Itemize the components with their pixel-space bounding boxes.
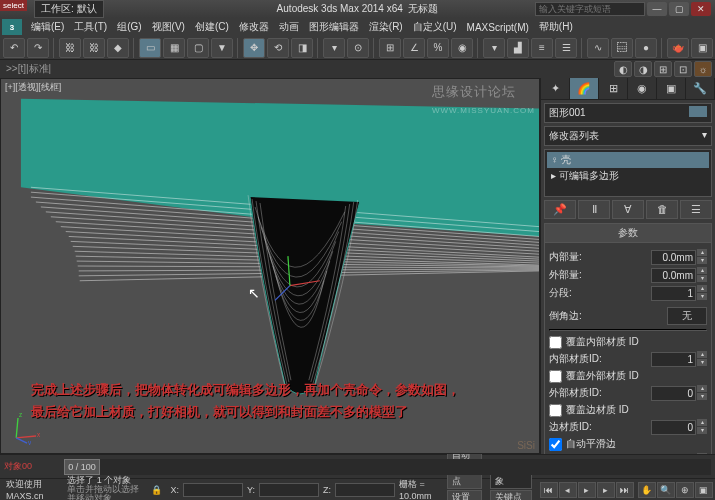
menu-modifier[interactable]: 修改器 [234,20,274,34]
menu-script[interactable]: MAXScript(M) [462,22,534,33]
app-logo[interactable]: 3 [2,19,22,35]
modifier-list-dropdown[interactable]: 修改器列表▾ [544,126,712,146]
setkey-button[interactable]: 设置关键点 [447,490,483,500]
spinner-up[interactable]: ▴ [697,249,707,256]
override-edge-check[interactable] [549,404,562,417]
render-frame-button[interactable]: ▣ [691,38,713,58]
align-button[interactable]: ≡ [531,38,553,58]
select-region-button[interactable]: ▢ [187,38,209,58]
refcoord-button[interactable]: ▾ [323,38,345,58]
workspace-selector[interactable]: 工作区: 默认 [34,0,104,18]
ribbon-btn-1[interactable]: ◐ [614,61,632,77]
ribbon-tab[interactable]: >>[t]|标准| [2,62,55,76]
ribbon-btn-5[interactable]: ☼ [694,61,712,77]
lock-icon[interactable]: 🔒 [147,485,166,495]
unlink-button[interactable]: ⛓ [83,38,105,58]
max-button[interactable]: ▢ [669,2,689,16]
segments-input[interactable] [651,286,696,301]
rotate-button[interactable]: ⟲ [267,38,289,58]
filter-button[interactable]: ▼ [211,38,233,58]
edge-id-input[interactable] [651,420,696,435]
modifier-stack[interactable]: ♀ 壳 ▸ 可编辑多边形 [544,149,712,197]
key-filter[interactable]: 关键点过滤器 [490,490,532,500]
object-name-field[interactable]: 图形001 [544,103,712,123]
play-button[interactable]: ▸ [578,482,596,498]
snap-button[interactable]: ⊞ [379,38,401,58]
stack-pin-button[interactable]: 📌 [544,200,576,219]
percent-snap-button[interactable]: % [427,38,449,58]
pivot-button[interactable]: ⊙ [347,38,369,58]
coord-x-input[interactable] [183,483,243,497]
nav-orbit-button[interactable]: ⊕ [676,482,694,498]
undo-button[interactable]: ↶ [3,38,25,58]
menu-anim[interactable]: 动画 [274,20,304,34]
bind-button[interactable]: ◆ [107,38,129,58]
menu-graph[interactable]: 图形编辑器 [304,20,364,34]
rollout-params[interactable]: 参数 [544,223,712,243]
select-button[interactable]: ▭ [139,38,161,58]
menu-create[interactable]: 创建(C) [190,20,234,34]
time-slider[interactable]: 0 / 100 [64,459,100,475]
tab-hierarchy[interactable]: ⊞ [599,78,628,99]
menu-help[interactable]: 帮助(H) [534,20,578,34]
stack-unique-button[interactable]: ∀ [612,200,644,219]
inner-amount-input[interactable] [651,250,696,265]
menu-tools[interactable]: 工具(T) [69,20,112,34]
nav-pan-button[interactable]: ✋ [638,482,656,498]
prev-frame-button[interactable]: ◂ [559,482,577,498]
redo-button[interactable]: ↷ [27,38,49,58]
tab-motion[interactable]: ◉ [628,78,657,99]
override-outer-check[interactable] [549,370,562,383]
help-search[interactable] [535,2,645,16]
menu-render[interactable]: 渲染(R) [364,20,408,34]
menu-edit[interactable]: 编辑(E) [26,20,69,34]
auto-smooth-check[interactable] [549,438,562,451]
app-title: Autodesk 3ds Max 2014 x64 [277,3,403,14]
outer-id-input[interactable] [651,386,696,401]
ribbon-btn-2[interactable]: ◑ [634,61,652,77]
goto-start-button[interactable]: ⏮ [540,482,558,498]
tab-create[interactable]: ✦ [541,78,570,99]
render-setup-button[interactable]: 🫖 [667,38,689,58]
tab-modify[interactable]: 🌈 [570,78,599,99]
spinner-snap-button[interactable]: ◉ [451,38,473,58]
move-button[interactable]: ✥ [243,38,265,58]
schematic-button[interactable]: ⿳ [611,38,633,58]
tab-display[interactable]: ▣ [657,78,686,99]
outer-amount-input[interactable] [651,268,696,283]
coord-y-input[interactable] [259,483,319,497]
close-button[interactable]: ✕ [691,2,711,16]
bevel-value[interactable]: 无 [667,307,707,325]
ribbon-btn-4[interactable]: ⊡ [674,61,692,77]
nav-max-button[interactable]: ▣ [695,482,713,498]
menu-custom[interactable]: 自定义(U) [408,20,462,34]
min-button[interactable]: — [647,2,667,16]
layer-button[interactable]: ☰ [555,38,577,58]
inner-id-input[interactable] [651,352,696,367]
time-ruler[interactable]: 0 / 100 [64,459,711,475]
coord-z-input[interactable] [335,483,395,497]
material-button[interactable]: ● [635,38,657,58]
link-button[interactable]: ⛓ [59,38,81,58]
stack-show-button[interactable]: Ⅱ [578,200,610,219]
angle-snap-button[interactable]: ∠ [403,38,425,58]
nav-zoom-button[interactable]: 🔍 [657,482,675,498]
spinner-down[interactable]: ▾ [697,257,707,264]
menu-group[interactable]: 组(G) [112,20,146,34]
select-name-button[interactable]: ▦ [163,38,185,58]
stack-remove-button[interactable]: 🗑 [646,200,678,219]
curve-editor-button[interactable]: ∿ [587,38,609,58]
ribbon-btn-3[interactable]: ⊞ [654,61,672,77]
tab-utility[interactable]: 🔧 [686,78,715,99]
goto-end-button[interactable]: ⏭ [616,482,634,498]
menu-view[interactable]: 视图(V) [147,20,190,34]
stack-config-button[interactable]: ☰ [680,200,712,219]
next-frame-button[interactable]: ▸ [597,482,615,498]
named-sel-button[interactable]: ▾ [483,38,505,58]
timeline[interactable]: 对象00 0 / 100 [0,454,715,478]
viewport-perspective[interactable]: [+][透视][线框] [0,78,540,454]
scale-button[interactable]: ◨ [291,38,313,58]
viewport-label[interactable]: [+][透视][线框] [5,81,61,94]
override-inner-check[interactable] [549,336,562,349]
mirror-button[interactable]: ▟ [507,38,529,58]
